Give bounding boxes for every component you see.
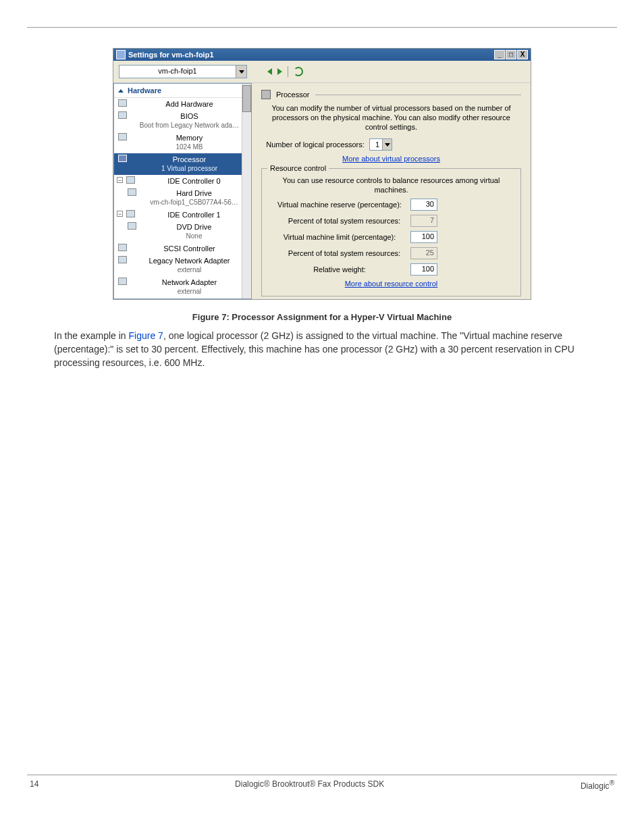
tree-label: IDE Controller 1 xyxy=(167,211,220,219)
relative-weight-label: Relative weight: xyxy=(269,265,410,273)
figure-caption: Figure 7: Processor Assignment for a Hyp… xyxy=(27,312,617,322)
panel-title: Processor xyxy=(276,90,310,99)
tree-scrollbar[interactable] xyxy=(242,84,251,298)
nav-separator xyxy=(288,66,288,77)
scsi-icon xyxy=(118,244,127,251)
tree-item-ide0[interactable]: − IDE Controller 0 xyxy=(114,175,251,187)
processor-section-icon xyxy=(261,90,271,99)
tree-header-label: Hardware xyxy=(128,86,161,95)
tree-sublabel: 1 Virtual processor xyxy=(130,164,248,174)
nav-back-icon[interactable] xyxy=(267,68,272,75)
expander-icon[interactable]: − xyxy=(117,177,123,183)
maximize-button[interactable]: □ xyxy=(506,50,516,59)
processor-icon xyxy=(118,155,127,162)
footer-right: Dialogic® xyxy=(581,779,614,791)
reserve-pct-value: 7 xyxy=(410,215,437,227)
footer-reg: ® xyxy=(610,779,614,787)
memory-icon xyxy=(118,133,127,140)
page-footer: 14 Dialogic® Brooktrout® Fax Products SD… xyxy=(27,775,617,796)
page-top-rule xyxy=(27,27,617,28)
logical-processors-row: Number of logical processors: 1 xyxy=(261,138,521,151)
reserve-pct-label: Percent of total system resources: xyxy=(269,217,410,225)
collapse-icon xyxy=(118,89,124,93)
tree-item-bios[interactable]: BIOS Boot from Legacy Network ada… xyxy=(114,110,251,132)
vm-select-value: vm-ch-foip1 xyxy=(119,66,236,78)
nic-icon xyxy=(118,278,127,285)
body-paragraph: In the example in Figure 7, one logical … xyxy=(54,329,590,369)
minimize-button[interactable]: _ xyxy=(494,50,505,59)
footer-brand: Dialogic xyxy=(581,781,610,791)
logical-processors-select[interactable]: 1 xyxy=(369,138,392,151)
tree-item-add-hardware[interactable]: Add Hardware xyxy=(114,98,251,110)
tree-sublabel: external xyxy=(130,265,248,275)
tree-label: DVD Drive xyxy=(177,223,212,231)
about-resource-control-link[interactable]: More about resource control xyxy=(269,280,514,288)
blank-space xyxy=(27,369,617,761)
footer-page-number: 14 xyxy=(30,779,38,791)
tree-sublabel: None xyxy=(140,232,248,241)
vm-select[interactable]: vm-ch-foip1 xyxy=(119,65,247,78)
tree-item-legacy-nic[interactable]: Legacy Network Adapter external xyxy=(114,255,251,276)
processor-panel: Processor You can modify the number of v… xyxy=(252,83,531,299)
resource-control-desc: You can use resource controls to balance… xyxy=(269,176,514,194)
vm-limit-label: Virtual machine limit (percentage): xyxy=(269,233,410,241)
relative-weight-input[interactable]: 100 xyxy=(410,263,437,276)
tree-sublabel: vm-ch-foip1_C5B077A4-56… xyxy=(140,198,248,207)
dvd-icon xyxy=(128,222,136,230)
tree-label: IDE Controller 0 xyxy=(167,177,220,185)
hardware-tree[interactable]: Hardware Add Hardware BIOS Boot from Leg… xyxy=(113,83,252,299)
vm-reserve-label: Virtual machine reserve (percentage): xyxy=(269,201,410,209)
tree-item-scsi[interactable]: SCSI Controller xyxy=(114,242,251,255)
bios-icon xyxy=(118,111,127,119)
tree-label: Memory xyxy=(176,134,203,142)
vm-reserve-row: Virtual machine reserve (percentage): 30 xyxy=(269,199,514,211)
dialog-body: Hardware Add Hardware BIOS Boot from Leg… xyxy=(113,83,531,299)
tree-label: Network Adapter xyxy=(162,278,217,286)
limit-pct-row: Percent of total system resources: 25 xyxy=(269,247,514,259)
limit-pct-label: Percent of total system resources: xyxy=(269,249,410,257)
resource-control-legend: Resource control xyxy=(267,164,329,172)
logical-processors-value: 1 xyxy=(370,140,382,149)
tree-label: Add Hardware xyxy=(165,100,213,108)
tree-item-dvddrive[interactable]: DVD Drive None xyxy=(114,221,251,242)
controller-icon xyxy=(126,176,135,184)
resource-control-fieldset: Resource control You can use resource co… xyxy=(261,168,521,296)
tree-sublabel: external xyxy=(130,287,248,296)
reload-icon[interactable] xyxy=(294,67,303,76)
vm-limit-input[interactable]: 100 xyxy=(410,231,437,243)
vm-select-dropdown-icon xyxy=(236,66,246,78)
dialog-titlebar: Settings for vm-ch-foip1 _ □ X xyxy=(113,49,531,61)
tree-item-com1[interactable]: COM 1 xyxy=(114,298,251,299)
panel-description: You can modify the number of virtual pro… xyxy=(261,103,521,132)
close-button[interactable]: X xyxy=(517,50,528,59)
nic-icon xyxy=(118,256,127,263)
reserve-pct-row: Percent of total system resources: 7 xyxy=(269,215,514,227)
tree-item-harddrive[interactable]: Hard Drive vm-ch-foip1_C5B077A4-56… xyxy=(114,187,251,209)
figure-ref-link[interactable]: Figure 7 xyxy=(129,330,163,341)
tree-label: Processor xyxy=(173,155,207,163)
harddrive-icon xyxy=(128,188,136,196)
vm-reserve-input[interactable]: 30 xyxy=(410,199,437,211)
tree-item-ide1[interactable]: − IDE Controller 1 xyxy=(114,209,251,221)
tree-header[interactable]: Hardware xyxy=(114,84,251,98)
tree-item-nic[interactable]: Network Adapter external xyxy=(114,276,251,298)
tree-label: Legacy Network Adapter xyxy=(149,257,230,265)
about-virtual-processors-link[interactable]: More about virtual processors xyxy=(261,155,521,163)
tree-label: BIOS xyxy=(180,112,198,120)
toolbar: vm-ch-foip1 xyxy=(113,61,531,83)
nav-forward-icon[interactable] xyxy=(277,68,282,75)
figure-container: Settings for vm-ch-foip1 _ □ X vm-ch-foi… xyxy=(27,48,617,322)
vm-limit-row: Virtual machine limit (percentage): 100 xyxy=(269,231,514,243)
tree-label: SCSI Controller xyxy=(163,244,215,253)
dropdown-icon xyxy=(382,139,392,150)
add-hardware-icon xyxy=(118,99,127,107)
limit-pct-value: 25 xyxy=(410,247,437,259)
relative-weight-row: Relative weight: 100 xyxy=(269,263,514,276)
expander-icon[interactable]: − xyxy=(117,211,123,217)
footer-center: Dialogic® Brooktrout® Fax Products SDK xyxy=(38,779,581,791)
tree-item-memory[interactable]: Memory 1024 MB xyxy=(114,132,251,153)
tree-item-processor[interactable]: Processor 1 Virtual processor xyxy=(114,153,251,175)
tree-label: Hard Drive xyxy=(176,189,212,197)
app-icon xyxy=(116,50,126,59)
dialog-title: Settings for vm-ch-foip1 xyxy=(128,51,214,59)
